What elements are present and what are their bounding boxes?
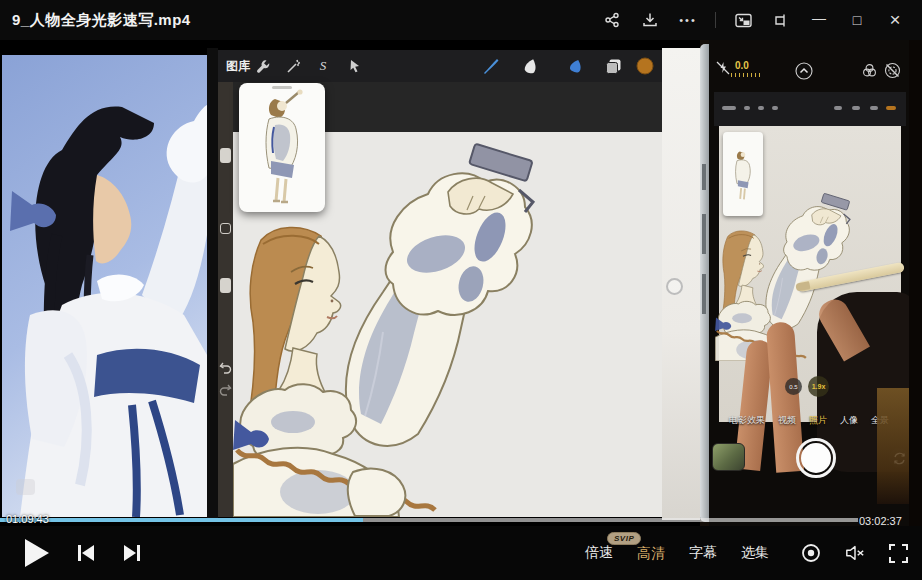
progress-bar[interactable]	[0, 518, 858, 522]
desk-wood	[877, 388, 909, 504]
exposure-scale	[731, 73, 761, 77]
picture-in-picture-icon[interactable]	[728, 5, 758, 35]
room-shadow	[909, 40, 922, 528]
download-icon[interactable]	[635, 5, 665, 35]
gallery-button: 图库	[226, 58, 250, 75]
transform-arrow-icon	[344, 56, 366, 76]
modify-button	[220, 223, 231, 234]
adjustments-wand-icon	[282, 56, 304, 76]
video-frame: 图库 S	[0, 40, 922, 528]
floating-overlay-button	[666, 278, 683, 295]
exposure-value: 0.0	[735, 60, 749, 71]
brush-icon	[480, 56, 502, 76]
reference-photo	[2, 55, 207, 517]
share-icon[interactable]	[597, 5, 627, 35]
filmed-toolbar	[714, 92, 906, 126]
procreate-sidebar	[218, 82, 233, 517]
svip-badge: SVIP	[607, 532, 641, 545]
video-watermark	[16, 479, 35, 495]
next-button[interactable]	[122, 543, 142, 563]
procreate-toolbar: 图库 S	[218, 50, 662, 82]
subtitle-button[interactable]: 字幕	[689, 544, 717, 562]
redo-icon	[219, 382, 232, 395]
maximize-icon[interactable]: □	[842, 5, 872, 35]
mode-video: 视频	[778, 414, 796, 427]
title-bar: 9_人物全身光影速写.mp4 ••• — □ ×	[0, 0, 922, 40]
zoom-current-button: 1.9x	[808, 376, 829, 397]
play-button[interactable]	[24, 538, 50, 568]
dock-mini-icon[interactable]	[766, 5, 796, 35]
selection-icon: S	[312, 56, 334, 76]
progress-fill	[0, 518, 363, 522]
chevron-up-icon	[795, 62, 813, 84]
minimize-icon[interactable]: —	[804, 3, 834, 33]
mode-portrait: 人像	[840, 414, 858, 427]
episodes-button[interactable]: 选集	[741, 544, 769, 562]
card-drag-handle	[272, 86, 292, 89]
eraser-icon	[565, 56, 587, 76]
settings-icon[interactable]	[801, 543, 821, 563]
gallery-thumbnail	[712, 443, 745, 471]
mode-cinematic: 电影效果	[729, 414, 765, 427]
flash-off-icon	[715, 60, 731, 80]
phone-frame-edge	[700, 44, 709, 522]
layers-icon	[602, 56, 624, 76]
quality-button[interactable]: 高清	[637, 545, 665, 561]
shutter-button	[796, 438, 836, 478]
speed-button[interactable]: 倍速	[585, 544, 613, 562]
smudge-icon	[520, 56, 542, 76]
quality-wrap: SVIP 高清	[637, 544, 665, 563]
filter-icon	[861, 62, 878, 83]
current-time: 01:09:43	[6, 513, 49, 525]
fullscreen-icon[interactable]	[889, 544, 908, 563]
control-bar: 倍速 SVIP 高清 字幕 选集	[0, 526, 922, 580]
titlebar-divider	[715, 12, 716, 28]
volume-muted-icon[interactable]	[845, 543, 865, 563]
more-icon[interactable]: •••	[673, 5, 703, 35]
undo-icon	[219, 360, 232, 373]
screen-divider	[207, 48, 218, 518]
mode-photo-selected: 照片	[809, 414, 827, 427]
window-title: 9_人物全身光影速写.mp4	[12, 11, 191, 30]
zoom-0-5x-button: 0.5	[785, 378, 802, 395]
opacity-slider	[220, 278, 231, 293]
close-icon[interactable]: ×	[880, 5, 910, 35]
live-photo-off-icon	[884, 62, 901, 83]
reference-thumbnail-card	[239, 83, 325, 212]
phone-camera-view: 0.0	[700, 40, 922, 528]
brush-size-slider	[220, 148, 231, 163]
video-player-window: 9_人物全身光影速写.mp4 ••• — □ ×	[0, 0, 922, 580]
previous-button[interactable]	[76, 543, 96, 563]
color-swatch-icon	[634, 56, 656, 76]
phone-screen: 0.0	[709, 40, 909, 528]
wrench-icon	[252, 56, 274, 76]
